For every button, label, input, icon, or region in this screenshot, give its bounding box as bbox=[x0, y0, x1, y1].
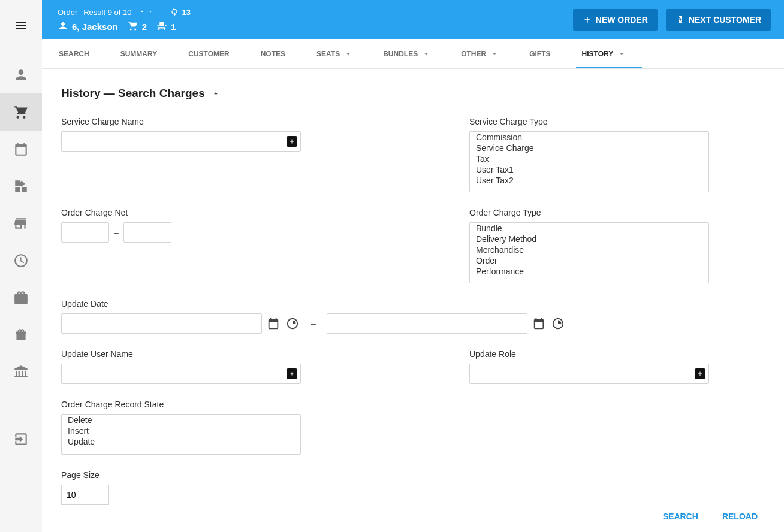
order-charge-net-to-input[interactable] bbox=[123, 222, 171, 243]
nav-calendar-icon[interactable] bbox=[0, 131, 42, 168]
chevron-down-icon bbox=[491, 50, 498, 58]
nav-bank-icon[interactable] bbox=[0, 353, 42, 391]
next-customer-button[interactable]: NEXT CUSTOMER bbox=[666, 9, 771, 31]
service-charge-type-listbox[interactable]: CommissionService ChargeTaxUser Tax1User… bbox=[469, 131, 709, 192]
service-charge-name-input[interactable] bbox=[61, 131, 301, 152]
label-update-date: Update Date bbox=[61, 299, 758, 309]
list-item[interactable]: Tax bbox=[470, 153, 708, 164]
tab-bundles[interactable]: BUNDLES bbox=[383, 50, 430, 58]
tab-history[interactable]: HISTORY bbox=[582, 50, 626, 58]
label-page-size: Page Size bbox=[61, 470, 349, 480]
cart-count[interactable]: 2 bbox=[142, 22, 147, 32]
menu-icon[interactable] bbox=[0, 7, 42, 44]
nav-gift-icon[interactable] bbox=[0, 316, 42, 353]
update-date-to-input[interactable] bbox=[327, 313, 527, 334]
tab-search[interactable]: SEARCH bbox=[59, 50, 89, 58]
result-next-icon[interactable] bbox=[147, 8, 154, 17]
customer-name[interactable]: 6, Jackson bbox=[72, 22, 118, 32]
update-user-name-input[interactable] bbox=[61, 364, 301, 384]
tab-gifts[interactable]: GIFTS bbox=[529, 50, 550, 58]
new-order-button[interactable]: NEW ORDER bbox=[573, 9, 658, 31]
section-title[interactable]: History — Search Charges bbox=[61, 87, 758, 100]
label-order-charge-net: Order Charge Net bbox=[61, 208, 349, 217]
refresh-count: 13 bbox=[182, 8, 190, 17]
nav-history-icon[interactable] bbox=[0, 242, 42, 279]
chevron-up-icon bbox=[211, 89, 221, 98]
list-item[interactable]: Service Charge bbox=[470, 143, 708, 153]
list-item[interactable]: Commission bbox=[470, 132, 708, 143]
time-icon[interactable] bbox=[550, 316, 566, 331]
list-item[interactable]: Order bbox=[470, 255, 708, 266]
list-item[interactable]: Performance bbox=[470, 266, 708, 277]
result-indicator: Result 9 of 10 bbox=[83, 8, 131, 17]
tab-summary[interactable]: SUMMARY bbox=[120, 50, 158, 58]
tab-customer[interactable]: CUSTOMER bbox=[188, 50, 229, 58]
list-item[interactable]: Bundle bbox=[470, 223, 708, 234]
reload-button[interactable]: RELOAD bbox=[722, 512, 758, 521]
top-header: Order Result 9 of 10 13 6, Jackson bbox=[42, 0, 784, 39]
list-item[interactable]: User Tax2 bbox=[470, 175, 708, 186]
left-nav-rail bbox=[0, 0, 42, 532]
label-service-charge-type: Service Charge Type bbox=[469, 117, 758, 126]
tab-notes[interactable]: NOTES bbox=[261, 50, 285, 58]
chevron-down-icon bbox=[618, 50, 625, 58]
update-date-from-input[interactable] bbox=[61, 313, 262, 334]
tab-seats[interactable]: SEATS bbox=[316, 50, 352, 58]
nav-store-icon[interactable] bbox=[0, 205, 42, 242]
nav-widgets-icon[interactable] bbox=[0, 168, 42, 205]
result-prev-icon[interactable] bbox=[138, 8, 146, 17]
label-order-charge-type: Order Charge Type bbox=[469, 208, 758, 217]
chevron-down-icon bbox=[423, 50, 430, 58]
range-separator: – bbox=[114, 228, 119, 237]
tab-bar: SEARCH SUMMARY CUSTOMER NOTES SEATS BUND… bbox=[42, 39, 784, 69]
list-item[interactable]: Update bbox=[62, 436, 300, 447]
add-icon[interactable] bbox=[287, 136, 297, 147]
list-item[interactable]: Insert bbox=[62, 425, 300, 436]
refresh-icon[interactable] bbox=[170, 7, 179, 18]
add-icon[interactable] bbox=[287, 368, 297, 379]
list-item[interactable]: Delivery Method bbox=[470, 234, 708, 244]
nav-logout-icon[interactable] bbox=[0, 421, 42, 458]
range-separator: – bbox=[311, 319, 316, 328]
nav-cart-icon[interactable] bbox=[0, 93, 42, 131]
label-service-charge-name: Service Charge Name bbox=[61, 117, 349, 126]
calendar-icon[interactable] bbox=[531, 316, 547, 331]
nav-customer-icon[interactable] bbox=[0, 56, 42, 93]
label-update-user-name: Update User Name bbox=[61, 349, 349, 359]
label-update-role: Update Role bbox=[469, 349, 758, 359]
record-state-listbox[interactable]: DeleteInsertUpdate bbox=[61, 414, 301, 455]
order-charge-type-listbox[interactable]: BundleDelivery MethodMerchandiseOrderPer… bbox=[469, 222, 709, 283]
add-icon[interactable] bbox=[695, 368, 705, 379]
search-button[interactable]: SEARCH bbox=[663, 512, 698, 521]
list-item[interactable]: Delete bbox=[62, 415, 300, 425]
order-charge-net-from-input[interactable] bbox=[61, 222, 109, 243]
tab-other[interactable]: OTHER bbox=[461, 50, 498, 58]
cart-icon bbox=[128, 20, 138, 33]
list-item[interactable]: Merchandise bbox=[470, 244, 708, 255]
update-role-input[interactable] bbox=[469, 364, 709, 384]
seat-icon bbox=[156, 20, 167, 33]
page-size-input[interactable] bbox=[61, 485, 109, 505]
time-icon[interactable] bbox=[285, 316, 300, 331]
person-icon bbox=[58, 20, 68, 33]
nav-giftcard-icon[interactable] bbox=[0, 279, 42, 316]
list-item[interactable]: User Tax1 bbox=[470, 164, 708, 175]
label-record-state: Order Charge Record State bbox=[61, 400, 349, 409]
order-label: Order bbox=[58, 8, 77, 17]
chevron-down-icon bbox=[345, 50, 352, 58]
seat-count[interactable]: 1 bbox=[171, 22, 176, 32]
calendar-icon[interactable] bbox=[266, 316, 281, 331]
